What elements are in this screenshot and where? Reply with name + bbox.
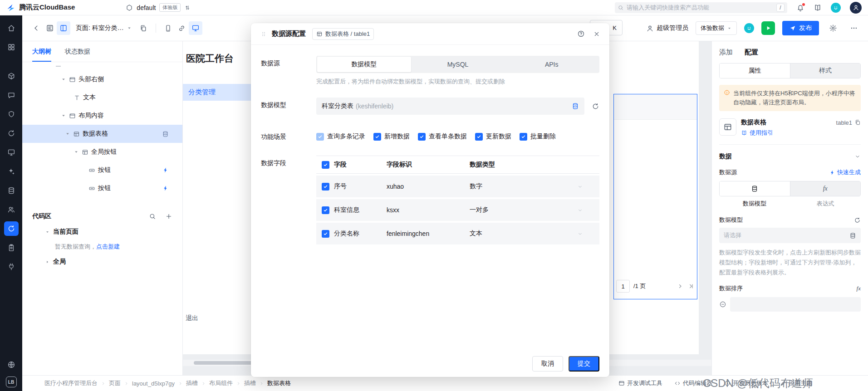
- quick-generate-button[interactable]: 快速生成: [829, 168, 861, 176]
- code-search-icon[interactable]: [149, 213, 156, 220]
- tree-item-global-buttons[interactable]: 全局按钮: [22, 143, 182, 161]
- help-icon[interactable]: [577, 30, 585, 38]
- usage-guide-link[interactable]: 使用指引: [741, 129, 861, 137]
- checkbox-select-all[interactable]: [322, 161, 329, 169]
- tab-config[interactable]: 配置: [745, 48, 758, 57]
- scene-update[interactable]: 更新数据: [475, 132, 511, 141]
- data-section-header[interactable]: 数据: [719, 150, 861, 163]
- checkbox-checked[interactable]: [322, 206, 329, 214]
- close-icon[interactable]: [593, 30, 600, 38]
- tree-item-layout-content[interactable]: 布局内容: [22, 107, 182, 125]
- settings-button[interactable]: [826, 21, 840, 35]
- canvas-active-menu-item[interactable]: 分类管理: [183, 84, 251, 101]
- back-button[interactable]: [29, 21, 43, 35]
- rail-database-icon[interactable]: [4, 183, 19, 198]
- chevron-down-icon[interactable]: [577, 207, 583, 213]
- sort-rule-input[interactable]: [730, 297, 861, 312]
- tab-data-model[interactable]: 数据模型: [317, 57, 411, 72]
- preview-data-button[interactable]: 体验数据: [696, 21, 737, 35]
- tab-apis[interactable]: APIs: [505, 57, 598, 72]
- checkbox-checked[interactable]: [322, 183, 329, 191]
- desktop-preview-button[interactable]: [189, 21, 202, 35]
- publish-button[interactable]: 发布: [782, 21, 819, 35]
- rail-workflow-icon[interactable]: [4, 126, 19, 141]
- link-preview-button[interactable]: [175, 21, 189, 35]
- chevron-down-icon[interactable]: [577, 184, 583, 190]
- fx-icon[interactable]: fx: [857, 285, 861, 292]
- breadcrumb-item[interactable]: 插槽: [186, 379, 198, 387]
- duplicate-page-button[interactable]: [137, 21, 150, 35]
- breadcrumb-item[interactable]: 布局组件: [209, 379, 233, 387]
- tab-outline-tree[interactable]: 大纲树: [32, 41, 51, 62]
- checkbox-checked[interactable]: [475, 133, 483, 141]
- breadcrumb-item[interactable]: 医疗小程序管理后台: [44, 379, 98, 387]
- environment-selector[interactable]: default 体验版: [126, 3, 191, 12]
- tab-mysql[interactable]: MySQL: [411, 57, 505, 72]
- more-button[interactable]: [847, 21, 861, 35]
- tree-item-header-right[interactable]: 头部右侧: [22, 70, 182, 88]
- tree-item-text[interactable]: 文本: [22, 88, 182, 107]
- scene-view-single[interactable]: 查看单条数据: [418, 132, 467, 141]
- tab-add[interactable]: 添加: [719, 48, 733, 57]
- checkbox-checked[interactable]: [520, 133, 527, 141]
- submit-button[interactable]: 提交: [569, 356, 599, 371]
- tree-item-button-1[interactable]: 按钮: [22, 161, 182, 179]
- rail-security-icon[interactable]: [4, 107, 19, 122]
- mode-expression-button[interactable]: fx: [790, 181, 861, 196]
- cancel-button[interactable]: 取消: [532, 356, 563, 371]
- scene-batch-delete[interactable]: 批量删除: [520, 132, 556, 141]
- mobile-preview-button[interactable]: [162, 21, 175, 35]
- scene-query-multi[interactable]: 查询多条记录: [316, 132, 365, 141]
- tab-state-data[interactable]: 状态数据: [65, 41, 90, 62]
- rail-apps-icon[interactable]: [4, 40, 19, 54]
- breadcrumb-item[interactable]: 页面: [109, 379, 121, 387]
- last-page-icon[interactable]: [687, 283, 695, 290]
- page-number-box[interactable]: 1: [616, 280, 630, 293]
- chevron-down-icon[interactable]: [577, 231, 583, 237]
- helper-smiley-button[interactable]: [744, 23, 754, 33]
- next-page-icon[interactable]: [677, 283, 684, 290]
- refresh-icon[interactable]: [592, 103, 599, 110]
- rail-users-icon[interactable]: [4, 202, 19, 217]
- tab-style[interactable]: 样式: [790, 64, 861, 78]
- rail-pages-icon[interactable]: [4, 145, 19, 160]
- rail-forms-icon[interactable]: [4, 240, 19, 255]
- docs-icon[interactable]: [814, 4, 822, 12]
- code-add-icon[interactable]: [165, 213, 172, 220]
- rail-plugins-icon[interactable]: [4, 259, 19, 274]
- notifications-button[interactable]: [796, 4, 804, 12]
- create-query-link[interactable]: 点击新建: [96, 243, 120, 251]
- canvas-logout-item[interactable]: 退出: [186, 314, 198, 323]
- global-search[interactable]: /: [615, 2, 787, 13]
- remove-rule-icon[interactable]: [719, 301, 726, 308]
- breadcrumb-item[interactable]: layout_d5lxp7gy: [132, 380, 175, 387]
- page-selector[interactable]: 页面: 科室分类…: [76, 24, 132, 32]
- admin-role-button[interactable]: 超级管理员: [646, 24, 688, 32]
- tree-item-data-table-selected[interactable]: 数据表格: [22, 125, 182, 143]
- code-current-page-node[interactable]: 当前页面: [22, 224, 182, 240]
- mode-model-button[interactable]: [720, 181, 790, 196]
- outline-panel-toggle[interactable]: [43, 21, 57, 35]
- assistant-icon[interactable]: [831, 3, 841, 13]
- drag-handle-icon[interactable]: [260, 30, 267, 38]
- checkbox-checked[interactable]: [373, 133, 381, 141]
- field-row-xuhao[interactable]: 序号 xuhao 数字: [316, 176, 599, 197]
- search-input[interactable]: [627, 4, 774, 11]
- rail-messages-icon[interactable]: [4, 88, 19, 103]
- field-row-ksxx[interactable]: 科室信息 ksxx 一对多: [316, 199, 599, 221]
- rail-globe-icon[interactable]: [4, 357, 19, 372]
- breadcrumb-item[interactable]: 插槽: [244, 379, 256, 387]
- rail-lowcode-logo[interactable]: LB: [6, 376, 17, 387]
- refresh-icon[interactable]: [854, 217, 861, 224]
- checkbox-checked[interactable]: [418, 133, 426, 141]
- code-global-node[interactable]: 全局: [22, 254, 182, 270]
- collapse-chevron-icon[interactable]: [854, 153, 861, 160]
- rail-ai-icon[interactable]: [4, 164, 19, 179]
- tab-properties[interactable]: 属性: [720, 64, 790, 78]
- checkbox-checked[interactable]: [322, 230, 329, 238]
- copy-icon[interactable]: [854, 119, 861, 126]
- switch-environment-icon[interactable]: [184, 5, 191, 11]
- rail-home-icon[interactable]: [4, 21, 19, 35]
- selected-table-component[interactable]: 1 /1 页: [613, 94, 697, 299]
- debug-tools-button[interactable]: 开发调试工具: [618, 379, 662, 387]
